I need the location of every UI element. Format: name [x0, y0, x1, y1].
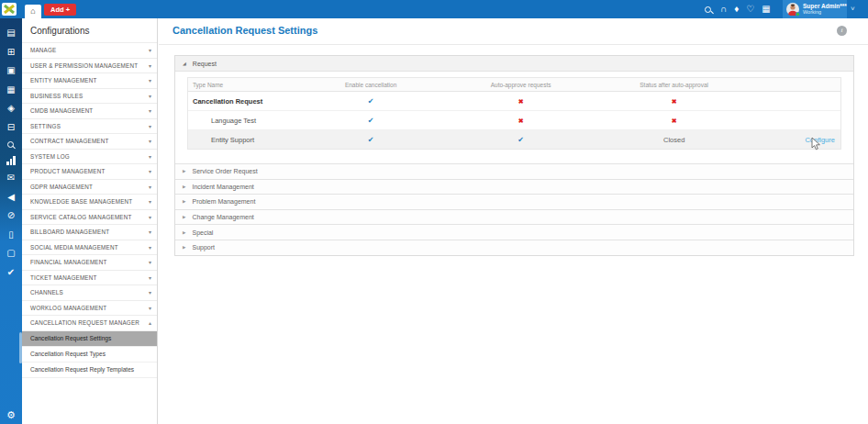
table-row[interactable]: Entity Support✔✔ClosedConfigure [188, 130, 840, 149]
table-row[interactable]: Language Test✔✖✖ [188, 111, 840, 130]
sidebar-group-contract-management[interactable]: CONTRACT MANAGEMENT▾ [22, 133, 157, 149]
type-name-cell: Language Test [188, 117, 299, 125]
accordion-section-change-management[interactable]: ▶Change Management [175, 209, 853, 225]
accordion-section-request[interactable]: ◢ Request [175, 56, 853, 72]
accordion-section-special[interactable]: ▶Special [175, 224, 853, 240]
sidebar-group-entity-management[interactable]: ENTITY MANAGEMENT▾ [22, 73, 157, 88]
accordion-section-support[interactable]: ▶Support [175, 240, 853, 255]
sidebar-group-financial-management[interactable]: FINANCIAL MANAGEMENT▾ [22, 254, 157, 270]
search-icon[interactable] [705, 6, 711, 13]
clipboard-icon[interactable]: ▣ [6, 65, 15, 76]
info-icon[interactable]: i [837, 26, 847, 36]
chart-icon[interactable] [6, 156, 15, 165]
auto-approve-cell: ✖ [442, 97, 599, 106]
column-header-type-name: Type Name [188, 82, 299, 88]
sidebar-item-cancellation-request-reply-templates[interactable]: Cancellation Request Reply Templates [22, 362, 157, 377]
accordion-section-service-order-request[interactable]: ▶Service Order Request [175, 163, 853, 179]
calendar-icon[interactable]: ▦ [762, 4, 770, 15]
user-menu[interactable]: Super Admin*** Working [783, 0, 847, 18]
sidebar-group-social-media-management[interactable]: SOCIAL MEDIA MANAGEMENT▾ [22, 240, 157, 255]
sidebar-item-cancellation-request-types[interactable]: Cancellation Request Types [22, 346, 157, 362]
enable-cell: ✔ [299, 136, 442, 144]
sidebar-group-billboard-management[interactable]: BILLBOARD MANAGEMENT▾ [22, 224, 157, 240]
sidebar-group-channels[interactable]: CHANNELS▾ [22, 285, 157, 300]
chevron-down-icon: ▾ [149, 305, 151, 311]
sidebar-group-worklog-management[interactable]: WORKLOG MANAGEMENT▾ [22, 300, 157, 316]
headset-icon[interactable]: ∩ [720, 4, 727, 15]
auto-approve-cell: ✔ [442, 136, 599, 144]
sidebar-group-business-rules[interactable]: BUSINESS RULES▾ [22, 88, 157, 104]
table-row[interactable]: Cancellation Request✔✖✖ [188, 92, 840, 111]
block-icon[interactable]: ⊘ [7, 210, 15, 221]
mobile-icon[interactable]: ▯ [8, 229, 14, 240]
column-header-auto-approve: Auto-approve requests [442, 82, 599, 88]
sidebar-group-label: CONTRACT MANAGEMENT [30, 138, 149, 144]
sidebar-group-service-catalog-management[interactable]: SERVICE CATALOG MANAGEMENT▾ [22, 209, 157, 225]
chevron-down-icon: ▾ [149, 107, 151, 114]
chevron-down-icon[interactable]: ˅ [851, 5, 855, 13]
sidebar-group-cancellation-request-manager[interactable]: CANCELLATION REQUEST MANAGER▴ [22, 315, 157, 330]
check-icon: ✔ [368, 97, 374, 106]
sidebar-group-label: KNOWLEDGE BASE MANAGEMENT [30, 198, 149, 205]
accordion-section-label: Change Management [192, 214, 253, 220]
chevron-down-icon: ▾ [149, 259, 151, 265]
enable-cell: ✔ [299, 117, 442, 125]
chevron-down-icon: ▾ [149, 168, 151, 174]
gear-icon[interactable]: ⚙ [0, 409, 22, 421]
display-icon[interactable]: ⊟ [7, 122, 15, 133]
accordion-section-label: Problem Management [192, 198, 255, 205]
topbar: ⌂ Add + ∩♦♡▦ Super Admin*** Working ˅ [0, 0, 868, 18]
add-button[interactable]: Add + [44, 4, 76, 16]
sidebar-group-gdpr-management[interactable]: GDPR MANAGEMENT▾ [22, 179, 157, 195]
type-name-cell: Cancellation Request [188, 97, 299, 106]
accordion-section-incident-management[interactable]: ▶Incident Management [175, 179, 853, 195]
chevron-down-icon: ▾ [149, 93, 151, 99]
home-tab[interactable]: ⌂ [25, 5, 41, 18]
collapse-caret-icon: ▶ [183, 215, 185, 219]
megaphone-icon[interactable]: ◀ [7, 192, 15, 203]
heart-icon[interactable]: ♡ [746, 4, 754, 15]
user-status: Working [803, 10, 847, 16]
sidebar-group-label: USER & PERMISSION MANAGEMENT [30, 62, 149, 69]
cross-icon: ✖ [672, 117, 677, 124]
check-icon: ✔ [368, 117, 374, 125]
brand-logo-icon[interactable] [2, 3, 17, 16]
sidebar-group-label: BILLBOARD MANAGEMENT [30, 229, 149, 235]
cancellation-settings-table: Type Name Enable cancellation Auto-appro… [187, 77, 841, 150]
configurations-sidebar: Configurations MANAGE▾USER & PERMISSION … [22, 18, 158, 424]
sidebar-group-label: BUSINESS RULES [30, 93, 149, 99]
tag-icon[interactable]: ♦ [734, 4, 739, 15]
sidebar-group-product-management[interactable]: PRODUCT MANAGEMENT▾ [22, 163, 157, 179]
sidebar-item-cancellation-request-settings[interactable]: Cancellation Request Settings [22, 330, 157, 346]
sidebar-group-system-log[interactable]: SYSTEM LOG▾ [22, 149, 157, 164]
sidebar-group-manage[interactable]: MANAGE▾ [22, 42, 157, 58]
calculator-icon[interactable]: ▦ [6, 84, 15, 95]
search-icon[interactable] [7, 141, 14, 148]
form-icon[interactable]: ▤ [6, 28, 15, 39]
sidebar-group-label: SOCIAL MEDIA MANAGEMENT [30, 244, 149, 251]
sidebar-group-label: FINANCIAL MANAGEMENT [30, 259, 149, 265]
sidebar-group-user-permission-management[interactable]: USER & PERMISSION MANAGEMENT▾ [22, 58, 157, 73]
chevron-down-icon: ▾ [149, 184, 151, 190]
type-name-cell: Entity Support [188, 136, 299, 144]
file-icon[interactable]: ▢ [6, 248, 15, 259]
chevron-down-icon: ▾ [149, 198, 151, 205]
collapse-caret-icon: ▶ [183, 199, 185, 204]
sidebar-group-ticket-management[interactable]: TICKET MANAGEMENT▾ [22, 270, 157, 285]
content-header: Cancellation Request Settings i [159, 18, 868, 45]
chat-icon[interactable]: ✉ [7, 173, 15, 184]
settings-accordion: ◢ Request Type Name Enable cancellation … [174, 55, 854, 256]
sidebar-group-knowledge-base-management[interactable]: KNOWLEDGE BASE MANAGEMENT▾ [22, 194, 157, 209]
apps-icon[interactable]: ⊞ [7, 47, 15, 58]
avatar [786, 3, 799, 16]
status-cell: Closed [599, 136, 750, 144]
online-status-dot [796, 12, 800, 17]
sidebar-group-cmdb-management[interactable]: CMDB MANAGEMENT▾ [22, 103, 157, 118]
column-header-enable-cancellation: Enable cancellation [299, 82, 442, 88]
sidebar-group-settings[interactable]: SETTINGS▾ [22, 118, 157, 134]
education-icon[interactable]: ◈ [7, 103, 15, 114]
shield-icon[interactable]: ✔ [7, 267, 15, 278]
accordion-section-problem-management[interactable]: ▶Problem Management [175, 194, 853, 209]
mouse-cursor [811, 137, 821, 154]
sidebar-group-label: CANCELLATION REQUEST MANAGER [30, 319, 149, 326]
